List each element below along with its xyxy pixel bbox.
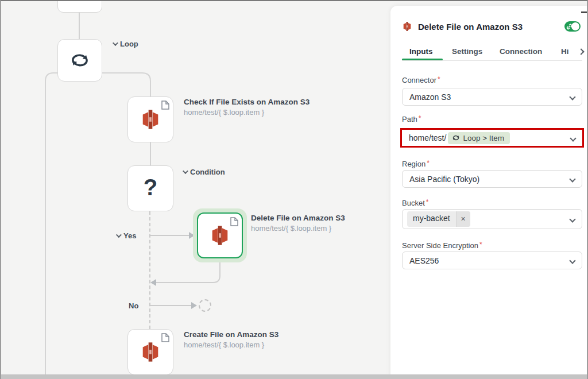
bucket-multiselect[interactable]: my-backet × (402, 209, 582, 229)
connector-line (150, 142, 151, 165)
arrowhead-left-icon (150, 279, 156, 286)
annotation-highlight-box: home/test/ Loop > Item (400, 128, 584, 148)
condition-collapse-label[interactable]: Condition (183, 168, 225, 176)
loop-label: Loop (120, 40, 138, 48)
tab-scroll-right-icon[interactable] (578, 48, 584, 55)
add-step-placeholder[interactable] (199, 299, 211, 312)
question-mark-icon: ? (144, 175, 157, 200)
node-settings-panel: Delete File on Amazon S3 Inputs Settings… (390, 6, 588, 379)
document-icon (161, 100, 169, 110)
upstream-node-partial[interactable] (57, 0, 102, 13)
panel-title: Delete File on Amazon S3 (418, 22, 523, 32)
required-asterisk: * (426, 198, 429, 206)
chevron-down-icon (569, 216, 575, 222)
condition-node[interactable]: ? (127, 165, 173, 211)
sse-select[interactable]: AES256 (402, 252, 582, 269)
chevron-down-icon (569, 257, 575, 264)
loop-item-variable-chip[interactable]: Loop > Item (448, 132, 510, 144)
path-prefix-text: home/test/ (409, 133, 446, 142)
condition-branch-dashed-line (149, 211, 150, 329)
chevron-down-icon (569, 94, 575, 100)
node-title: Create File on Amazon S3 (184, 330, 278, 340)
active-tab-underline (402, 59, 443, 60)
check-node-label: Check If File Exists on Amazon S3 home/t… (184, 97, 310, 118)
document-icon (161, 333, 169, 342)
node-title: Check If File Exists on Amazon S3 (184, 97, 310, 107)
toggle-knob (571, 22, 579, 30)
node-title: Delete File on Amazon S3 (251, 213, 345, 223)
check-file-node[interactable] (127, 96, 173, 142)
amazon-s3-icon (402, 21, 412, 32)
create-node-label: Create File on Amazon S3 home/test/{ $.l… (184, 330, 278, 350)
tab-settings[interactable]: Settings (452, 47, 482, 56)
create-file-node[interactable] (127, 329, 173, 375)
document-icon (230, 217, 238, 226)
chevron-down-icon (570, 135, 576, 141)
yes-branch-line (150, 235, 189, 236)
tab-connection[interactable]: Connection (500, 47, 542, 56)
loop-icon (69, 49, 91, 71)
amazon-s3-icon (140, 341, 161, 363)
sse-field-label: Server Side Encryption* (402, 241, 482, 250)
bucket-value-chip: my-backet × (407, 211, 470, 226)
chevron-down-icon (183, 168, 188, 174)
loop-collapse-label[interactable]: Loop (113, 40, 138, 48)
sse-value: AES256 (409, 256, 439, 265)
variable-chip-text: Loop > Item (463, 134, 504, 142)
yes-branch-label[interactable]: Yes (116, 231, 136, 240)
loop-node[interactable] (57, 39, 102, 82)
bucket-field-label: Bucket* (402, 199, 428, 207)
link-toggle[interactable] (564, 21, 581, 32)
chevron-down-icon (569, 176, 575, 182)
connector-line (79, 11, 80, 39)
chevron-down-icon (113, 40, 118, 46)
no-branch-line (150, 305, 192, 306)
collapse-panel-handle[interactable] (581, 11, 588, 13)
no-branch-label: No (129, 301, 138, 310)
bucket-chip-text: my-backet (407, 211, 456, 226)
tab-history-truncated[interactable]: Hi (561, 47, 569, 56)
required-asterisk: * (419, 114, 421, 122)
delete-node-label: Delete File on Amazon S3 home/test/{ $.l… (251, 213, 345, 234)
region-value: Asia Pacific (Tokyo) (409, 175, 479, 184)
connector-select[interactable]: Amazon S3 (402, 88, 582, 106)
path-field-label: Path* (402, 115, 421, 123)
region-select[interactable]: Asia Pacific (Tokyo) (402, 170, 582, 188)
connector-field-label: Connector* (402, 76, 440, 84)
horizontal-scrollbar[interactable] (0, 374, 588, 379)
node-subtitle: home/test/{ $.loop.item } (251, 223, 345, 234)
chevron-down-icon (116, 232, 122, 238)
node-subtitle: home/test/{ $.loop.item } (184, 340, 278, 350)
node-subtitle: home/test/{ $.loop.item } (184, 107, 310, 118)
amazon-s3-icon (140, 109, 161, 130)
delete-file-node[interactable] (197, 212, 243, 258)
no-label: No (129, 301, 138, 310)
required-asterisk: * (479, 241, 482, 249)
arrowhead-right-icon (191, 302, 197, 309)
connector-value: Amazon S3 (409, 92, 451, 102)
yes-label: Yes (123, 231, 136, 240)
remove-bucket-icon[interactable]: × (456, 211, 470, 226)
amazon-s3-icon (209, 225, 231, 246)
condition-label: Condition (190, 168, 225, 176)
path-input[interactable]: home/test/ Loop > Item (402, 130, 582, 146)
required-asterisk: * (427, 159, 430, 167)
tab-inputs[interactable]: Inputs (409, 47, 433, 56)
loop-icon (452, 134, 460, 142)
workflow-builder-window: Loop Check If File Exists on Amazon S3 h… (0, 0, 588, 379)
region-field-label: Region* (402, 160, 430, 168)
required-asterisk: * (438, 75, 440, 83)
